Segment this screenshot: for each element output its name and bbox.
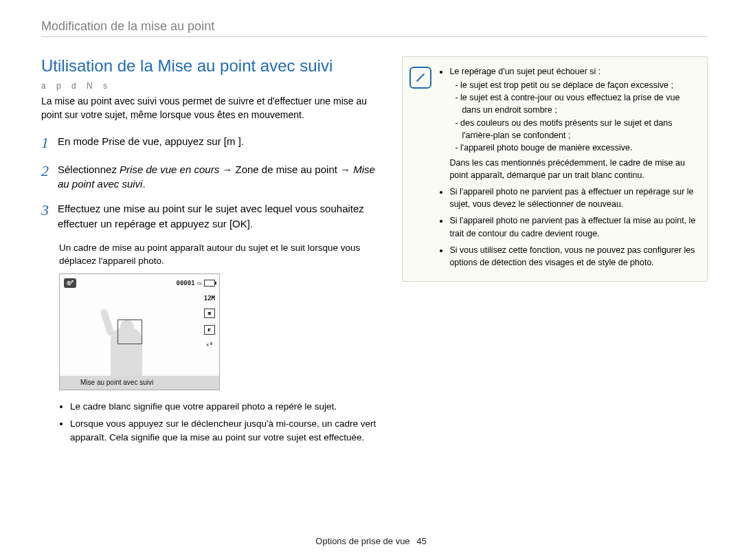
- preview-right-icons: 12M ▦ ◧ ⚡ᴬ: [204, 295, 215, 348]
- preview-top-right: 00001 ▭: [176, 280, 215, 287]
- subject-silhouette: [97, 302, 157, 376]
- note-fail-item: le sujet est trop petit ou se déplace de…: [455, 79, 697, 91]
- page-header: Modification de la mise au point: [41, 19, 708, 34]
- grid-icon: ▦: [204, 309, 215, 318]
- note-box: Le repérage d'un sujet peut échouer si :…: [402, 56, 708, 282]
- meter-icon: ◧: [204, 325, 215, 335]
- step-number: 3: [41, 201, 58, 232]
- resolution-icon: 12M: [204, 295, 215, 302]
- step-2-bold1: Prise de vue en cours: [120, 164, 219, 175]
- card-icon: ▭: [198, 280, 201, 287]
- mode-icon: ◎ᴾ: [64, 278, 76, 288]
- page-footer: Options de prise de vue 45: [0, 536, 742, 546]
- battery-icon: [204, 280, 215, 287]
- note-fail-after: Dans les cas mentionnés précédemment, le…: [449, 158, 685, 180]
- intro-paragraph: La mise au point avec suivi vous permet …: [41, 95, 379, 122]
- note-fail-list: le sujet est trop petit ou se déplace de…: [449, 79, 697, 154]
- step-2-suffix: .: [142, 178, 145, 190]
- step-2-mid: → Zone de mise au point →: [219, 164, 353, 175]
- header-divider: [41, 36, 708, 37]
- preview-topbar: ◎ᴾ 00001 ▭: [64, 278, 215, 288]
- right-column: Le repérage d'un sujet peut échouer si :…: [402, 56, 708, 448]
- step-1-text: En mode Prise de vue, appuyez sur [m ].: [58, 134, 244, 152]
- step-number: 2: [41, 162, 58, 192]
- step-2-prefix: Sélectionnez: [58, 164, 120, 175]
- step-3-text: Effectuez une mise au point sur le sujet…: [58, 201, 379, 232]
- note-other-item: Si l'appareil photo ne parvient pas à ef…: [449, 214, 697, 239]
- preview-bottom-text: Mise au point avec suivi: [80, 379, 153, 386]
- note-content: Le repérage d'un sujet peut échouer si :…: [438, 65, 697, 273]
- footer-label: Options de prise de vue: [315, 536, 409, 546]
- bullet-item: Le cadre blanc signifie que votre appare…: [70, 400, 379, 414]
- preview-bottombar: Mise au point avec suivi: [60, 376, 219, 390]
- left-bullets: Le cadre blanc signifie que votre appare…: [41, 400, 379, 445]
- note-fail-item: l'appareil photo bouge de manière excess…: [455, 142, 697, 154]
- left-column: Utilisation de la Mise au point avec sui…: [41, 56, 379, 448]
- note-icon: [409, 67, 431, 89]
- focus-box: [117, 320, 142, 344]
- bullet-item: Lorsque vous appuyez sur le déclencheur …: [70, 417, 379, 444]
- step-2-text: Sélectionnez Prise de vue en cours → Zon…: [58, 162, 379, 192]
- page-number: 45: [416, 536, 426, 546]
- step-2: 2 Sélectionnez Prise de vue en cours → Z…: [41, 162, 379, 192]
- step-3: 3 Effectuez une mise au point sur le suj…: [41, 201, 379, 232]
- shot-counter: 00001: [176, 280, 194, 287]
- camera-preview-illustration: ◎ᴾ 00001 ▭ 12M ▦ ◧ ⚡ᴬ: [59, 273, 220, 390]
- step-number: 1: [41, 134, 58, 152]
- note-fail-item: le sujet est à contre-jour ou vous effec…: [455, 91, 697, 116]
- note-fail-intro-text: Le repérage d'un sujet peut échouer si :: [449, 67, 600, 76]
- note-other-item: Si l'appareil photo ne parvient pas à ef…: [449, 186, 697, 210]
- section-title: Utilisation de la Mise au point avec sui…: [41, 56, 379, 76]
- note-fail-item: des couleurs ou des motifs présents sur …: [455, 117, 697, 142]
- note-other-item: Si vous utilisez cette fonction, vous ne…: [449, 244, 697, 269]
- step-3-substep: Un cadre de mise au point apparaît autou…: [59, 241, 379, 268]
- note-fail-intro: Le repérage d'un sujet peut échouer si :…: [449, 65, 697, 181]
- step-1: 1 En mode Prise de vue, appuyez sur [m ]…: [41, 134, 379, 152]
- flash-icon: ⚡ᴬ: [205, 341, 213, 348]
- mode-icons-row: a p d N s: [41, 81, 379, 91]
